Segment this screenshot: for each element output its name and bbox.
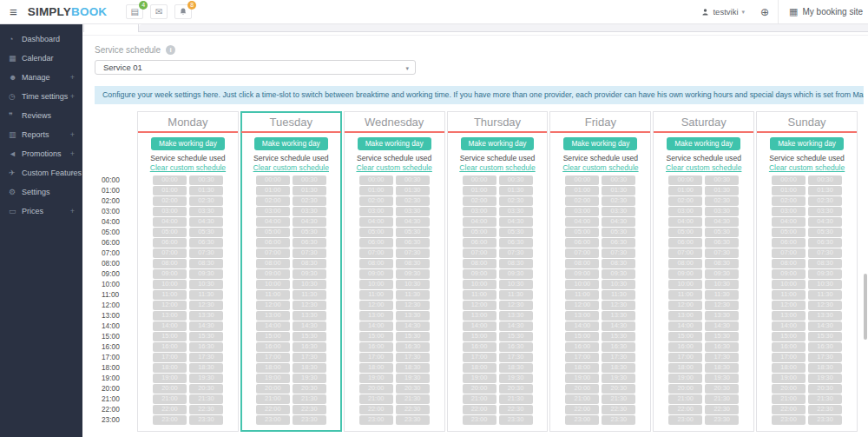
- time-slot-18:00[interactable]: 18:00: [565, 363, 599, 373]
- time-slot-07:00[interactable]: 07:00: [359, 248, 393, 258]
- time-slot-05:00[interactable]: 05:00: [772, 228, 806, 237]
- time-slot-18:00[interactable]: 18:00: [463, 363, 496, 373]
- time-slot-12:30[interactable]: 12:30: [602, 301, 635, 310]
- time-slot-05:00[interactable]: 05:00: [668, 228, 702, 237]
- make-working-day-button[interactable]: Make working day: [667, 137, 740, 150]
- time-slot-06:30[interactable]: 06:30: [293, 238, 326, 248]
- time-slot-11:30[interactable]: 11:30: [808, 290, 842, 300]
- user-menu[interactable]: testviki ▾: [694, 7, 752, 17]
- time-slot-08:00[interactable]: 08:00: [565, 259, 599, 268]
- time-slot-14:00[interactable]: 14:00: [153, 321, 187, 331]
- time-slot-18:00[interactable]: 18:00: [359, 363, 393, 373]
- time-slot-14:30[interactable]: 14:30: [808, 321, 842, 331]
- language-globe-icon[interactable]: ⊕: [752, 6, 778, 18]
- time-slot-23:30[interactable]: 23:30: [499, 415, 533, 425]
- time-slot-22:30[interactable]: 22:30: [602, 405, 635, 414]
- time-slot-16:30[interactable]: 16:30: [602, 342, 635, 352]
- time-slot-00:30[interactable]: 00:30: [396, 175, 430, 185]
- time-slot-00:00[interactable]: 00:00: [668, 175, 702, 185]
- time-slot-02:00[interactable]: 02:00: [772, 196, 806, 206]
- time-slot-15:00[interactable]: 15:00: [565, 332, 599, 341]
- time-slot-13:00[interactable]: 13:00: [153, 311, 187, 321]
- time-slot-10:00[interactable]: 10:00: [463, 280, 496, 289]
- time-slot-01:30[interactable]: 01:30: [808, 186, 842, 195]
- time-slot-06:30[interactable]: 06:30: [189, 238, 223, 248]
- inactive-tab-area[interactable]: [139, 24, 868, 32]
- time-slot-13:00[interactable]: 13:00: [772, 311, 806, 321]
- clear-custom-schedule-link[interactable]: Clear custom schedule: [241, 163, 341, 172]
- time-slot-20:30[interactable]: 20:30: [499, 384, 533, 394]
- time-slot-05:30[interactable]: 05:30: [396, 228, 430, 237]
- sidebar-item-settings[interactable]: ⚙Settings: [0, 182, 82, 202]
- time-slot-04:00[interactable]: 04:00: [565, 217, 599, 227]
- time-slot-10:30[interactable]: 10:30: [808, 280, 842, 289]
- time-slot-10:00[interactable]: 10:00: [565, 280, 599, 289]
- time-slot-02:00[interactable]: 02:00: [153, 196, 187, 206]
- time-slot-00:30[interactable]: 00:30: [808, 175, 842, 185]
- time-slot-15:30[interactable]: 15:30: [808, 332, 842, 341]
- time-slot-11:30[interactable]: 11:30: [602, 290, 635, 300]
- messages-button[interactable]: ✉: [150, 4, 168, 19]
- time-slot-03:30[interactable]: 03:30: [602, 207, 635, 216]
- time-slot-15:00[interactable]: 15:00: [153, 332, 187, 341]
- time-slot-00:00[interactable]: 00:00: [256, 175, 290, 185]
- time-slot-19:00[interactable]: 19:00: [772, 374, 806, 383]
- time-slot-14:00[interactable]: 14:00: [463, 321, 496, 331]
- time-slot-05:30[interactable]: 05:30: [189, 228, 223, 237]
- time-slot-10:00[interactable]: 10:00: [668, 280, 702, 289]
- time-slot-16:30[interactable]: 16:30: [293, 342, 326, 352]
- time-slot-06:30[interactable]: 06:30: [808, 238, 842, 248]
- time-slot-11:00[interactable]: 11:00: [565, 290, 599, 300]
- time-slot-13:30[interactable]: 13:30: [499, 311, 533, 321]
- make-working-day-button[interactable]: Make working day: [770, 137, 844, 150]
- time-slot-06:30[interactable]: 06:30: [499, 238, 533, 248]
- time-slot-14:00[interactable]: 14:00: [772, 321, 806, 331]
- time-slot-04:30[interactable]: 04:30: [396, 217, 430, 227]
- time-slot-00:30[interactable]: 00:30: [189, 175, 223, 185]
- time-slot-03:00[interactable]: 03:00: [359, 207, 393, 216]
- time-slot-08:00[interactable]: 08:00: [153, 259, 187, 268]
- time-slot-17:00[interactable]: 17:00: [668, 353, 702, 362]
- make-working-day-button[interactable]: Make working day: [358, 137, 431, 150]
- time-slot-15:30[interactable]: 15:30: [189, 332, 223, 341]
- info-icon[interactable]: i: [166, 45, 175, 55]
- time-slot-10:00[interactable]: 10:00: [256, 280, 290, 289]
- time-slot-19:00[interactable]: 19:00: [153, 374, 187, 383]
- clear-custom-schedule-link[interactable]: Clear custom schedule: [654, 163, 753, 172]
- sidebar-item-manage[interactable]: ☻Manage+: [0, 68, 82, 87]
- time-slot-06:00[interactable]: 06:00: [359, 238, 393, 248]
- time-slot-22:00[interactable]: 22:00: [359, 405, 393, 414]
- time-slot-12:30[interactable]: 12:30: [499, 301, 533, 310]
- time-slot-04:00[interactable]: 04:00: [359, 217, 393, 227]
- time-slot-23:00[interactable]: 23:00: [463, 415, 496, 425]
- time-slot-23:00[interactable]: 23:00: [565, 415, 599, 425]
- time-slot-01:00[interactable]: 01:00: [668, 186, 702, 195]
- time-slot-17:00[interactable]: 17:00: [463, 353, 496, 362]
- time-slot-14:30[interactable]: 14:30: [499, 321, 533, 331]
- time-slot-00:30[interactable]: 00:30: [293, 175, 326, 185]
- time-slot-20:00[interactable]: 20:00: [463, 384, 496, 394]
- time-slot-11:00[interactable]: 11:00: [153, 290, 187, 300]
- time-slot-04:30[interactable]: 04:30: [293, 217, 326, 227]
- time-slot-12:30[interactable]: 12:30: [808, 301, 842, 310]
- time-slot-16:30[interactable]: 16:30: [499, 342, 533, 352]
- time-slot-17:30[interactable]: 17:30: [189, 353, 223, 362]
- time-slot-00:30[interactable]: 00:30: [499, 175, 533, 185]
- time-slot-07:30[interactable]: 07:30: [705, 248, 739, 258]
- time-slot-09:00[interactable]: 09:00: [359, 269, 393, 279]
- time-slot-22:30[interactable]: 22:30: [396, 405, 430, 414]
- time-slot-15:00[interactable]: 15:00: [463, 332, 496, 341]
- sidebar-item-calendar[interactable]: ▦Calendar: [0, 49, 82, 68]
- time-slot-00:30[interactable]: 00:30: [705, 175, 739, 185]
- time-slot-11:30[interactable]: 11:30: [705, 290, 739, 300]
- time-slot-08:30[interactable]: 08:30: [705, 259, 739, 268]
- time-slot-08:00[interactable]: 08:00: [463, 259, 496, 268]
- time-slot-17:00[interactable]: 17:00: [256, 353, 290, 362]
- time-slot-13:30[interactable]: 13:30: [705, 311, 739, 321]
- time-slot-09:30[interactable]: 09:30: [705, 269, 739, 279]
- time-slot-11:30[interactable]: 11:30: [396, 290, 430, 300]
- time-slot-06:30[interactable]: 06:30: [705, 238, 739, 248]
- time-slot-03:30[interactable]: 03:30: [705, 207, 739, 216]
- time-slot-22:00[interactable]: 22:00: [668, 405, 702, 414]
- time-slot-19:30[interactable]: 19:30: [499, 374, 533, 383]
